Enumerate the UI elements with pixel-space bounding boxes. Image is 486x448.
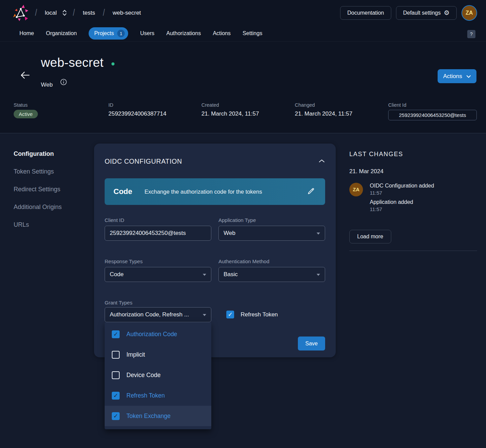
changes-date: 21. Mar 2024 xyxy=(349,168,383,175)
option-label: Device Code xyxy=(126,372,161,379)
nav-item-authorizations[interactable]: Authorizations xyxy=(166,28,201,39)
refresh-token-label: Refresh Token xyxy=(241,311,278,318)
option-refresh-token[interactable]: ✓ Refresh Token xyxy=(105,385,211,406)
client-id-field-label: Client ID xyxy=(105,217,124,223)
status-label: Status xyxy=(14,102,38,108)
response-types-label: Response Types xyxy=(105,258,142,264)
client-id-chip[interactable]: 259239924006453250@tests xyxy=(388,110,477,120)
application-type-select[interactable]: Web xyxy=(218,226,325,241)
option-label: Authorization Code xyxy=(126,331,177,338)
nav-item-settings[interactable]: Settings xyxy=(243,28,262,39)
checkbox-checked-icon[interactable]: ✓ xyxy=(226,311,234,318)
panel-divider xyxy=(349,251,477,251)
breadcrumb-project[interactable]: tests xyxy=(81,8,97,18)
id-label: ID xyxy=(108,102,166,108)
authentication-method-value: Basic xyxy=(224,271,238,278)
created-label: Created xyxy=(201,102,259,108)
nav-item-actions[interactable]: Actions xyxy=(213,28,230,39)
default-settings-label: Default settings xyxy=(403,10,441,16)
projects-count-badge: 1 xyxy=(117,30,125,37)
application-type-label: Application Type xyxy=(218,217,256,223)
authentication-method-select[interactable]: Basic xyxy=(218,267,325,282)
checkbox-checked-icon[interactable]: ✓ xyxy=(112,392,120,400)
save-button[interactable]: Save xyxy=(298,337,325,350)
breadcrumb-app[interactable]: web-secret xyxy=(110,8,143,18)
nav-item-organization[interactable]: Organization xyxy=(46,28,77,39)
option-implicit[interactable]: Implicit xyxy=(105,344,211,365)
change-event-time: 11:57 xyxy=(370,206,382,212)
created-value: 21. March 2024, 11:57 xyxy=(201,110,259,117)
refresh-token-checkbox-row[interactable]: ✓ Refresh Token xyxy=(226,311,278,318)
id-value: 259239924006387714 xyxy=(108,110,166,117)
changed-label: Changed xyxy=(295,102,352,108)
grant-types-label: Grant Types xyxy=(105,300,132,305)
user-avatar[interactable]: ZA xyxy=(461,5,477,21)
meta-created: Created 21. March 2024, 11:57 xyxy=(201,102,259,117)
meta-id: ID 259239924006387714 xyxy=(108,102,166,117)
change-event-title: Application added xyxy=(370,199,413,205)
checkbox-checked-icon[interactable]: ✓ xyxy=(112,330,120,338)
edit-button[interactable] xyxy=(306,186,316,197)
zitadel-logo-icon[interactable] xyxy=(13,4,29,22)
nav-item-projects[interactable]: Projects 1 xyxy=(89,27,128,40)
breadcrumb-separator: / xyxy=(103,8,105,18)
sidebar-item-urls[interactable]: URLs xyxy=(14,221,29,228)
breadcrumb-org[interactable]: local xyxy=(43,8,59,18)
help-button[interactable]: ? xyxy=(467,30,475,38)
option-label: Refresh Token xyxy=(126,392,165,399)
checkbox-checked-icon[interactable]: ✓ xyxy=(112,412,120,420)
pencil-icon xyxy=(307,191,315,196)
card-title: OIDC CONFIGURATION xyxy=(105,158,182,165)
nav-item-home[interactable]: Home xyxy=(19,28,34,39)
collapse-button[interactable] xyxy=(317,157,326,165)
top-section: / local / tests / web-secret Documentati… xyxy=(0,0,486,133)
page-subtitle: Web xyxy=(41,81,53,88)
chevron-down-icon xyxy=(466,73,471,80)
sidebar-item-configuration[interactable]: Configuration xyxy=(14,150,54,158)
response-types-value: Code xyxy=(110,271,124,278)
actions-dropdown-button[interactable]: Actions xyxy=(438,69,476,83)
banner-description: Exchange the authorization code for the … xyxy=(145,189,262,195)
breadcrumb-separator: / xyxy=(73,8,75,18)
grant-types-dropdown: ✓ Authorization Code Implicit Device Cod… xyxy=(105,322,211,429)
banner-title: Code xyxy=(113,187,132,196)
application-type-value: Web xyxy=(224,230,236,237)
actions-label: Actions xyxy=(443,73,462,80)
info-icon[interactable] xyxy=(60,79,67,87)
option-device-code[interactable]: Device Code xyxy=(105,365,211,385)
default-settings-button[interactable]: Default settings ⚙ xyxy=(396,6,457,20)
changed-value: 21. March 2024, 11:57 xyxy=(295,110,352,117)
change-event-time: 11:57 xyxy=(370,190,382,196)
nav-projects-label: Projects xyxy=(94,30,114,36)
sidebar-item-redirect-settings[interactable]: Redirect Settings xyxy=(14,186,60,193)
authentication-method-label: Authentication Method xyxy=(218,258,269,264)
page-title: web-secret xyxy=(41,56,104,70)
checkbox-unchecked-icon[interactable] xyxy=(112,351,120,359)
load-more-button[interactable]: Load more xyxy=(349,230,391,243)
topbar: / local / tests / web-secret Documentati… xyxy=(0,0,486,26)
sidebar-item-token-settings[interactable]: Token Settings xyxy=(14,168,54,175)
grant-types-value: Authorization Code, Refresh ... xyxy=(110,311,189,318)
change-author-avatar: ZA xyxy=(349,183,363,196)
auth-method-banner: Code Exchange the authorization code for… xyxy=(105,178,325,205)
status-dot-icon xyxy=(111,62,115,65)
gear-icon: ⚙ xyxy=(444,10,450,16)
sidebar-item-additional-origins[interactable]: Additional Origins xyxy=(14,204,62,211)
response-types-select[interactable]: Code xyxy=(105,267,211,282)
back-arrow-icon xyxy=(20,75,30,80)
nav-item-users[interactable]: Users xyxy=(140,28,154,39)
unfold-icon[interactable] xyxy=(62,9,67,16)
meta-changed: Changed 21. March 2024, 11:57 xyxy=(295,102,352,117)
checkbox-unchecked-icon[interactable] xyxy=(112,371,120,379)
option-label: Token Exchange xyxy=(126,413,170,420)
grant-types-select[interactable]: Authorization Code, Refresh ... xyxy=(105,307,211,322)
zitadel-console: / local / tests / web-secret Documentati… xyxy=(0,0,486,448)
documentation-button[interactable]: Documentation xyxy=(340,6,391,20)
meta-status: Status Active xyxy=(14,102,38,118)
client-id-input[interactable] xyxy=(105,226,211,241)
option-authorization-code[interactable]: ✓ Authorization Code xyxy=(105,324,211,344)
last-changes-title: LAST CHANGES xyxy=(349,151,403,158)
topbar-actions: Documentation Default settings ⚙ ZA xyxy=(340,5,477,21)
back-button[interactable] xyxy=(19,70,31,81)
option-token-exchange[interactable]: ✓ Token Exchange xyxy=(105,406,211,426)
